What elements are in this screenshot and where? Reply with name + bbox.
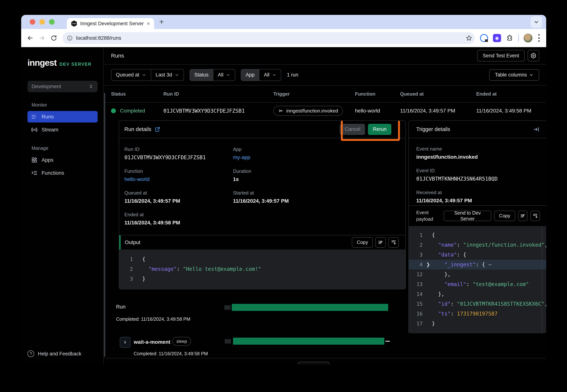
field-label: Run ID	[124, 146, 233, 152]
status-filter-label: Status	[190, 70, 213, 81]
word-wrap-icon	[378, 240, 383, 245]
cancel-button[interactable]: Cancel	[340, 124, 365, 135]
payload-expand-button[interactable]	[530, 211, 540, 221]
time-field-value: Queued at	[116, 72, 139, 78]
gear-icon	[530, 53, 537, 59]
help-and-feedback[interactable]: ? Help and Feedback	[28, 350, 81, 357]
bookmark-star-icon[interactable]	[466, 35, 472, 41]
col-ended-at[interactable]: Ended at	[476, 91, 546, 97]
col-trigger[interactable]: Trigger	[273, 91, 355, 97]
col-run-id[interactable]: Run ID	[163, 91, 273, 97]
password-manager-extension-icon[interactable]	[480, 34, 488, 42]
collapse-panel-icon[interactable]	[533, 126, 539, 133]
sidebar-section-manage: Manage	[31, 145, 103, 151]
field-value: 01JCVBTMV3WXY9D3CFDEJFZSB1	[124, 154, 233, 161]
event-payload-header: Event payload Send to Dev Server Copy	[409, 205, 546, 226]
col-function[interactable]: Function	[355, 91, 400, 97]
col-queued-at[interactable]: Queued at	[400, 91, 476, 97]
run-count: 1 run	[287, 72, 298, 78]
table-header: Status Run ID Trigger Function Queued at…	[104, 85, 546, 103]
field-function: Function hello-world	[124, 168, 233, 182]
send-to-dev-server-button[interactable]: Send to Dev Server	[444, 211, 491, 221]
forward-icon[interactable]	[39, 35, 45, 42]
sidebar-item-stream[interactable]: Stream	[28, 124, 98, 136]
purple-extension-icon[interactable]: ◉	[493, 34, 501, 42]
sidebar-item-label: Runs	[42, 114, 54, 120]
browser-tab-strip: Inngest Development Server × +	[21, 15, 546, 29]
profile-avatar[interactable]	[524, 34, 532, 42]
stream-broadcast-icon	[31, 126, 38, 133]
field-label: App	[233, 146, 400, 152]
zoom-window-button[interactable]	[49, 19, 55, 25]
run-details-title: Run details	[124, 126, 151, 132]
close-tab-icon[interactable]: ×	[147, 21, 150, 26]
run-timeline: Run Completed: 11/16/2024, 3:49:58 PM wa…	[104, 300, 409, 358]
app-filter-value: All	[264, 72, 269, 78]
timeline-end-tick	[385, 341, 390, 342]
extensions-puzzle-icon[interactable]	[506, 34, 513, 42]
app-filter-dropdown[interactable]: All	[259, 70, 281, 81]
app-filter-label: App	[241, 70, 259, 81]
site-info-icon[interactable]	[67, 35, 73, 41]
app-filter[interactable]: App All	[241, 69, 281, 81]
timeline-step-bar[interactable]	[233, 338, 384, 345]
table-row[interactable]: Completed 01JCVBTMV3WXY9D3CFDEJFZSB1 inn…	[104, 103, 546, 119]
settings-button[interactable]	[528, 50, 539, 61]
status-text: Completed	[120, 108, 145, 114]
field-label: Function	[124, 168, 233, 174]
step-type-badge: sleep	[172, 337, 191, 346]
col-status[interactable]: Status	[111, 91, 163, 97]
payload-copy-button[interactable]: Copy	[494, 211, 515, 221]
function-link[interactable]: hello-world	[124, 176, 233, 182]
chevrons-up-down-icon	[88, 84, 94, 89]
payload-word-wrap-button[interactable]	[518, 211, 528, 221]
inngest-favicon-icon	[71, 20, 77, 27]
run-id-cell: 01JCVBTMV3WXY9D3CFDEJFZSB1	[163, 108, 273, 114]
minimize-window-button[interactable]	[39, 19, 45, 25]
output-title: Output	[125, 239, 140, 245]
url-bar[interactable]: localhost:8288/runs	[62, 32, 475, 44]
timeline-run-label: Run	[116, 304, 126, 310]
app-link[interactable]: my-app	[233, 154, 400, 160]
send-test-event-button[interactable]: Send Test Event	[477, 50, 525, 61]
expand-rows-button[interactable]	[388, 237, 399, 248]
word-wrap-button[interactable]	[375, 237, 386, 248]
page-title: Runs	[111, 53, 124, 59]
apps-grid-icon	[31, 157, 38, 163]
status-filter[interactable]: Status All	[190, 69, 235, 81]
time-range-dropdown[interactable]: Last 3d	[151, 70, 184, 81]
timeline-run-bar[interactable]	[232, 304, 388, 311]
window-controls	[30, 19, 55, 25]
time-field-dropdown[interactable]: Queued at	[111, 70, 151, 81]
event-payload-editor[interactable]: 1{2 "name": "inngest/function.invoked",3…	[409, 226, 546, 333]
browser-menu-icon[interactable]: •••	[537, 33, 541, 43]
sidebar-item-runs[interactable]: Runs	[28, 111, 98, 123]
clipped-pagination-button[interactable]	[298, 362, 329, 364]
url-text[interactable]: localhost:8288/runs	[76, 35, 463, 41]
rerun-button[interactable]: Rerun	[368, 124, 391, 135]
field-label: Event ID	[416, 168, 539, 174]
tab-search-button[interactable]	[531, 16, 542, 28]
browser-tab[interactable]: Inngest Development Server ×	[67, 18, 154, 29]
new-tab-button[interactable]: +	[159, 17, 164, 26]
close-window-button[interactable]	[30, 19, 35, 25]
field-label: Ended at	[124, 212, 233, 218]
step-expand-button[interactable]	[120, 337, 130, 348]
sidebar-item-apps[interactable]: Apps	[28, 154, 98, 166]
external-link-icon[interactable]	[155, 126, 160, 132]
status-dot-icon	[111, 108, 116, 113]
output-copy-button[interactable]: Copy	[352, 237, 373, 248]
environment-select[interactable]: Development	[28, 81, 98, 92]
sidebar-item-functions[interactable]: Functions	[28, 167, 98, 179]
trigger-pill[interactable]: inngest/function.invoked	[273, 106, 343, 116]
sidebar: inngest DEV SERVER Development Monitor R…	[21, 47, 104, 364]
reload-icon[interactable]	[51, 35, 57, 42]
status-filter-dropdown[interactable]: All	[213, 70, 235, 81]
time-filter[interactable]: Queued at Last 3d	[111, 69, 184, 81]
table-columns-button[interactable]: Table columns	[489, 69, 539, 81]
back-icon[interactable]	[27, 35, 33, 42]
field-label: Started at	[233, 190, 400, 196]
output-code-editor[interactable]: 1{2 "message": "Hello test@example.com!"…	[119, 250, 406, 289]
field-value: 11/16/2024, 3:49:58 PM	[124, 220, 233, 226]
run-status-cell: Completed	[111, 108, 163, 114]
